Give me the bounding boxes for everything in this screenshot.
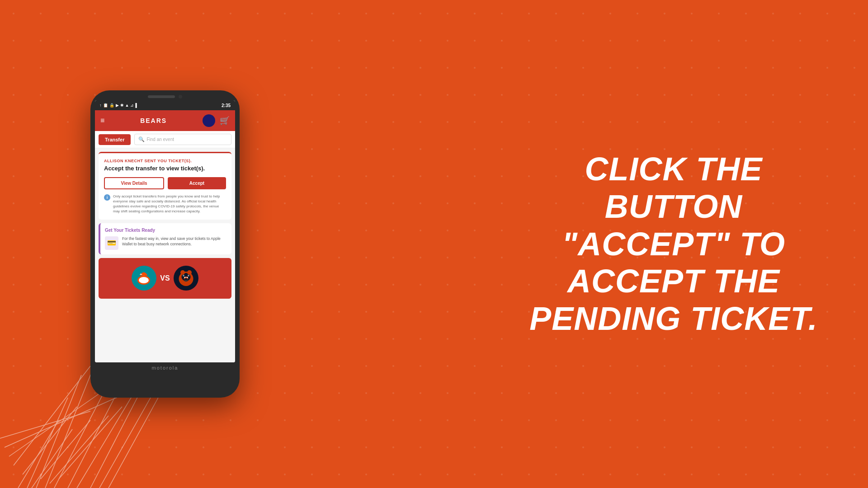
front-camera bbox=[179, 95, 182, 99]
info-icon: i bbox=[104, 194, 110, 201]
game-card[interactable]: VS bbox=[99, 258, 231, 299]
svg-point-31 bbox=[188, 275, 189, 277]
search-box[interactable]: 🔍 Find an event bbox=[134, 134, 231, 145]
svg-line-17 bbox=[32, 429, 72, 488]
motorola-brand: motorola bbox=[95, 365, 235, 371]
status-time: 2:35 bbox=[222, 103, 231, 108]
cart-icon[interactable]: 🛒 bbox=[220, 116, 230, 126]
wallet-icon: 💳 bbox=[105, 236, 118, 250]
tickets-content: 💳 For the fastest way in, view and save … bbox=[105, 236, 227, 250]
upload-icon: ↑ bbox=[99, 103, 102, 108]
svg-line-16 bbox=[108, 398, 158, 488]
svg-point-36 bbox=[184, 280, 188, 282]
svg-point-34 bbox=[184, 277, 185, 278]
svg-line-4 bbox=[27, 398, 68, 488]
menu-icon[interactable]: ≡ bbox=[100, 117, 104, 125]
transfer-tab-button[interactable]: Transfer bbox=[99, 134, 131, 145]
sender-name: ALLISON KNECHT SENT YOU TICKET(S). bbox=[104, 159, 226, 163]
battery-icon: ▌ bbox=[135, 103, 138, 108]
info-section: i Only accept ticket transfers from peop… bbox=[104, 194, 226, 214]
svg-line-18 bbox=[41, 420, 90, 479]
transfer-card: ALLISON KNECHT SENT YOU TICKET(S). Accep… bbox=[99, 152, 231, 220]
info-text: Only accept ticket transfers from people… bbox=[113, 194, 226, 214]
tickets-card: Get Your Tickets Ready 💳 For the fastest… bbox=[99, 223, 231, 254]
header-icons: 🛒 bbox=[203, 114, 230, 127]
tickets-description: For the fastest way in, view and save yo… bbox=[122, 236, 227, 247]
play-icon: ▶ bbox=[116, 103, 119, 108]
instruction-text: CLICK THE BUTTON "ACCEPT" TO ACCEPT THE … bbox=[515, 150, 832, 338]
doc-icon: 📋 bbox=[103, 103, 108, 108]
search-icon: 🔍 bbox=[138, 136, 145, 142]
svg-line-14 bbox=[99, 384, 158, 488]
bluetooth-icon: ✱ bbox=[120, 103, 124, 108]
svg-line-20 bbox=[59, 407, 122, 479]
user-avatar[interactable] bbox=[203, 114, 215, 127]
wifi-icon: ▲ bbox=[125, 103, 129, 108]
instruction-line3: PENDING TICKET. bbox=[529, 300, 818, 337]
phone-screen: ↑ 📋 🔒 ▶ ✱ ▲ ⊿ ▌ 2:35 ≡ BEARS bbox=[95, 100, 235, 362]
team1 bbox=[132, 266, 156, 291]
vs-label: VS bbox=[160, 274, 170, 282]
app-logo: BEARS bbox=[140, 117, 167, 124]
search-placeholder: Find an event bbox=[146, 137, 174, 142]
svg-line-15 bbox=[0, 411, 90, 438]
lock-icon: 🔒 bbox=[109, 103, 114, 108]
svg-line-8 bbox=[14, 366, 90, 465]
svg-point-24 bbox=[142, 273, 146, 277]
action-buttons: View Details Accept bbox=[104, 177, 226, 189]
svg-point-23 bbox=[139, 277, 149, 283]
svg-point-30 bbox=[183, 275, 184, 277]
svg-line-6 bbox=[18, 420, 59, 488]
svg-line-13 bbox=[5, 393, 127, 447]
svg-point-38 bbox=[187, 270, 192, 275]
accept-button[interactable]: Accept bbox=[168, 177, 226, 189]
status-left-icons: ↑ 📋 🔒 ▶ ✱ ▲ ⊿ ▌ bbox=[99, 103, 138, 108]
status-bar: ↑ 📋 🔒 ▶ ✱ ▲ ⊿ ▌ 2:35 bbox=[95, 100, 235, 110]
svg-line-11 bbox=[23, 407, 77, 474]
view-details-button[interactable]: View Details bbox=[104, 177, 164, 189]
svg-point-37 bbox=[180, 270, 185, 275]
team2 bbox=[174, 266, 198, 291]
instruction-line2: "ACCEPT" TO ACCEPT THE bbox=[562, 226, 785, 300]
accept-message: Accept the transfer to view ticket(s). bbox=[104, 165, 226, 173]
nav-bar: Transfer 🔍 Find an event bbox=[95, 131, 235, 148]
signal-icon: ⊿ bbox=[130, 103, 134, 108]
svg-point-35 bbox=[186, 277, 188, 278]
svg-line-19 bbox=[50, 416, 108, 483]
speaker-grill bbox=[148, 95, 175, 98]
tickets-title: Get Your Tickets Ready bbox=[105, 228, 227, 233]
phone-top-bar bbox=[95, 95, 235, 99]
phone-mockup: ↑ 📋 🔒 ▶ ✱ ▲ ⊿ ▌ 2:35 ≡ BEARS bbox=[90, 90, 240, 398]
app-header: ≡ BEARS 🛒 bbox=[95, 110, 235, 131]
svg-line-2 bbox=[36, 375, 81, 488]
instruction-line1: CLICK THE BUTTON bbox=[585, 151, 763, 225]
app-content: ALLISON KNECHT SENT YOU TICKET(S). Accep… bbox=[95, 148, 235, 362]
